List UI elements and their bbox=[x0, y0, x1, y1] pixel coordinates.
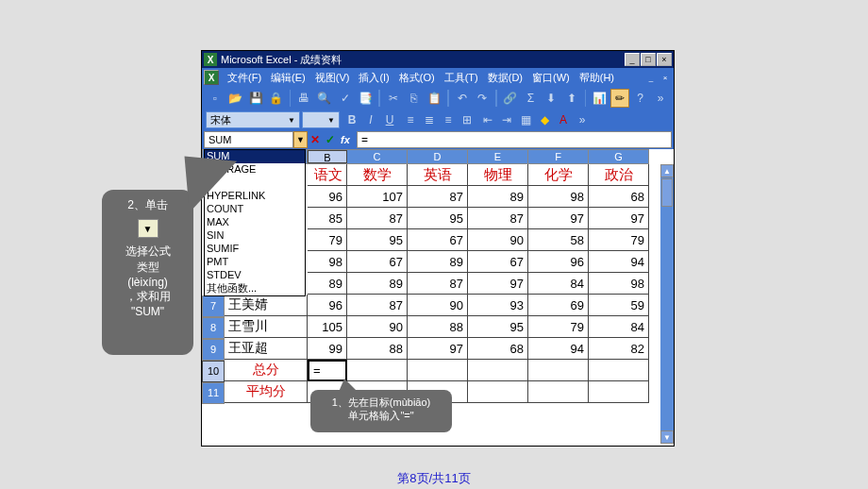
drawing-icon[interactable]: ✏ bbox=[610, 89, 629, 108]
doc-close-button[interactable]: × bbox=[659, 72, 672, 83]
cancel-button[interactable]: ✕ bbox=[308, 131, 323, 148]
formula-input[interactable]: = bbox=[357, 131, 672, 148]
menu-insert[interactable]: 插入(I) bbox=[354, 69, 393, 87]
cell-subject[interactable]: 政治 bbox=[589, 164, 649, 186]
indent-dec-icon[interactable]: ⇤ bbox=[479, 111, 496, 128]
scroll-down-icon[interactable]: ▼ bbox=[660, 430, 674, 444]
print-icon[interactable]: 🖶 bbox=[294, 89, 313, 108]
menu-file[interactable]: 文件(F) bbox=[223, 69, 266, 87]
col-header-G[interactable]: G bbox=[589, 150, 649, 163]
preview-icon[interactable]: 🔍 bbox=[315, 89, 334, 108]
copy-icon[interactable]: ⎘ bbox=[405, 89, 424, 108]
page-number: 第8页/共11页 bbox=[0, 470, 868, 487]
cell-name[interactable]: 王美婧 bbox=[225, 295, 308, 316]
indent-inc-icon[interactable]: ⇥ bbox=[498, 111, 515, 128]
cell-name[interactable]: 王亚超 bbox=[225, 338, 308, 360]
borders-icon[interactable]: ▦ bbox=[517, 111, 534, 128]
window-title: Microsoft Excel - 成绩资料 bbox=[221, 53, 625, 67]
sort-desc-icon[interactable]: ⬆ bbox=[562, 89, 581, 108]
open-icon[interactable]: 📂 bbox=[226, 89, 245, 108]
func-item-sin[interactable]: SIN bbox=[205, 229, 305, 243]
row-header-9[interactable]: 9 bbox=[202, 339, 225, 361]
chart-icon[interactable]: 📊 bbox=[590, 89, 609, 108]
close-button[interactable]: × bbox=[657, 53, 672, 66]
row-header-11[interactable]: 11 bbox=[202, 382, 225, 404]
vertical-scrollbar[interactable]: ▲ ▼ bbox=[660, 164, 674, 444]
sum-icon[interactable]: Σ bbox=[522, 89, 541, 108]
paste-icon[interactable]: 📋 bbox=[425, 89, 443, 108]
fx-button[interactable]: fx bbox=[338, 131, 353, 148]
excel-window: X Microsoft Excel - 成绩资料 _ □ × X 文件(F) 编… bbox=[201, 50, 675, 447]
menu-tools[interactable]: 工具(T) bbox=[440, 69, 483, 87]
redo-icon[interactable]: ↷ bbox=[473, 89, 492, 108]
doc-minimize-button[interactable]: _ bbox=[644, 72, 658, 83]
menu-data[interactable]: 数据(D) bbox=[483, 69, 527, 87]
help-icon[interactable]: ? bbox=[631, 89, 650, 108]
func-item-pmt[interactable]: PMT bbox=[205, 256, 305, 269]
dropdown-arrow-icon[interactable]: ▼ bbox=[138, 219, 159, 238]
row-header-8[interactable]: 8 bbox=[202, 317, 225, 339]
align-right-icon[interactable]: ≡ bbox=[440, 111, 457, 128]
func-item-sumif[interactable]: SUMIF bbox=[205, 243, 305, 256]
func-item-max[interactable]: MAX bbox=[205, 216, 305, 229]
menu-window[interactable]: 窗口(W) bbox=[527, 69, 575, 87]
minimize-button[interactable]: _ bbox=[625, 53, 640, 66]
callout-step-1: 1、先在目标(mùbiāo) 单元格输入"=" bbox=[310, 390, 452, 432]
func-item-stdev[interactable]: STDEV bbox=[205, 269, 305, 282]
more-icon[interactable]: » bbox=[651, 89, 670, 108]
link-icon[interactable]: 🔗 bbox=[501, 89, 520, 108]
save-icon[interactable]: 💾 bbox=[246, 89, 265, 108]
doc-icon[interactable]: X bbox=[204, 70, 219, 85]
scroll-thumb[interactable] bbox=[661, 178, 673, 207]
cell-total-label[interactable]: 总分 bbox=[225, 360, 308, 381]
bold-button[interactable]: B bbox=[343, 111, 360, 128]
font-combo[interactable]: 宋体▼ bbox=[206, 111, 300, 128]
cut-icon[interactable]: ✂ bbox=[384, 89, 403, 108]
research-icon[interactable]: 📑 bbox=[356, 89, 375, 108]
italic-button[interactable]: I bbox=[362, 111, 379, 128]
name-box-dropdown[interactable]: ▼ bbox=[293, 131, 308, 148]
col-header-B[interactable]: B bbox=[308, 150, 347, 163]
callout-title: 2、单击 bbox=[108, 197, 188, 213]
formatting-toolbar: 宋体▼ ▼ B I U ≡ ≣ ≡ ⊞ ⇤ ⇥ ▦ ◆ A » bbox=[202, 110, 674, 130]
col-header-D[interactable]: D bbox=[408, 150, 468, 163]
cell-subject[interactable]: 数学 bbox=[347, 164, 408, 186]
enter-button[interactable]: ✓ bbox=[323, 131, 338, 148]
new-icon[interactable]: ▫ bbox=[206, 89, 225, 108]
cell-name[interactable]: 王雪川 bbox=[225, 316, 308, 338]
cell-subject[interactable]: 化学 bbox=[528, 164, 589, 186]
title-bar: X Microsoft Excel - 成绩资料 _ □ × bbox=[202, 51, 674, 68]
col-header-F[interactable]: F bbox=[528, 150, 589, 163]
scroll-up-icon[interactable]: ▲ bbox=[660, 164, 674, 177]
func-item-other[interactable]: 其他函数... bbox=[205, 282, 305, 295]
underline-button[interactable]: U bbox=[381, 111, 398, 128]
align-left-icon[interactable]: ≡ bbox=[402, 111, 419, 128]
cell-subject[interactable]: 英语 bbox=[408, 164, 468, 186]
menu-view[interactable]: 视图(V) bbox=[310, 69, 355, 87]
maximize-button[interactable]: □ bbox=[641, 53, 656, 66]
permission-icon[interactable]: 🔒 bbox=[267, 89, 286, 108]
col-header-C[interactable]: C bbox=[347, 150, 408, 163]
row-header-10[interactable]: 10 bbox=[202, 361, 225, 382]
spell-icon[interactable]: ✓ bbox=[336, 89, 355, 108]
cell-avg-label[interactable]: 平均分 bbox=[225, 381, 308, 403]
align-center-icon[interactable]: ≣ bbox=[421, 111, 438, 128]
col-header-E[interactable]: E bbox=[468, 150, 528, 163]
menu-bar: X 文件(F) 编辑(E) 视图(V) 插入(I) 格式(O) 工具(T) 数据… bbox=[202, 68, 674, 87]
standard-toolbar: ▫ 📂 💾 🔒 🖶 🔍 ✓ 📑 ✂ ⎘ 📋 ↶ ↷ 🔗 Σ ⬇ ⬆ 📊 ✏ ? … bbox=[202, 87, 674, 110]
menu-edit[interactable]: 编辑(E) bbox=[266, 69, 310, 87]
font-color-icon[interactable]: A bbox=[555, 111, 572, 128]
row-header-7[interactable]: 7 bbox=[202, 295, 225, 317]
menu-help[interactable]: 帮助(H) bbox=[575, 69, 619, 87]
undo-icon[interactable]: ↶ bbox=[453, 89, 472, 108]
merge-icon[interactable]: ⊞ bbox=[459, 111, 476, 128]
formula-bar: SUM ▼ ✕ ✓ fx = bbox=[202, 130, 674, 149]
cell-subject[interactable]: 语文 bbox=[308, 164, 347, 186]
cell-subject[interactable]: 物理 bbox=[468, 164, 528, 186]
sort-asc-icon[interactable]: ⬇ bbox=[542, 89, 560, 108]
name-box[interactable]: SUM bbox=[204, 131, 293, 148]
fill-color-icon[interactable]: ◆ bbox=[536, 111, 553, 128]
menu-format[interactable]: 格式(O) bbox=[394, 69, 440, 87]
more-fmt-icon[interactable]: » bbox=[574, 111, 591, 128]
size-combo[interactable]: ▼ bbox=[302, 111, 340, 128]
